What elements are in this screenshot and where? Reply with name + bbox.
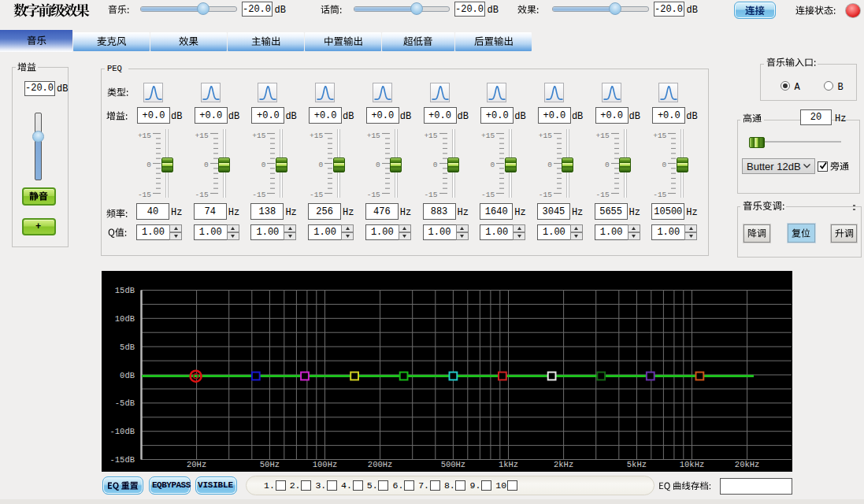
svg-text:5dB: 5dB: [120, 343, 135, 352]
svg-text:1kHz: 1kHz: [499, 460, 518, 469]
svg-text:5kHz: 5kHz: [627, 460, 647, 469]
svg-text:20Hz: 20Hz: [187, 460, 206, 469]
svg-text:100Hz: 100Hz: [313, 460, 338, 469]
svg-text:-5dB: -5dB: [115, 398, 135, 408]
svg-text:-15dB: -15dB: [109, 455, 135, 465]
svg-text:200Hz: 200Hz: [368, 460, 393, 469]
svg-text:0dB: 0dB: [120, 371, 135, 380]
svg-text:10dB: 10dB: [115, 314, 135, 324]
svg-text:50Hz: 50Hz: [260, 460, 280, 469]
svg-text:15dB: 15dB: [115, 286, 135, 295]
svg-text:20kHz: 20kHz: [735, 460, 760, 469]
svg-text:2kHz: 2kHz: [554, 460, 573, 469]
svg-text:10kHz: 10kHz: [680, 460, 705, 469]
svg-text:-10dB: -10dB: [109, 427, 135, 436]
svg-text:500Hz: 500Hz: [441, 460, 466, 469]
